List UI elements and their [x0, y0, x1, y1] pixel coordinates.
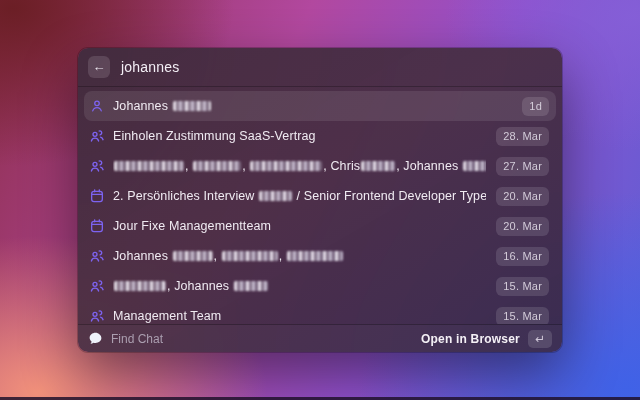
- back-button[interactable]: ←: [88, 56, 110, 78]
- redacted-text: [463, 161, 486, 171]
- result-title: Johannes , ,: [113, 249, 486, 263]
- date-badge: 20. Mar: [496, 217, 549, 236]
- result-row[interactable]: Jour Fixe Managementteam20. Mar: [84, 211, 556, 241]
- people-icon: [89, 248, 105, 264]
- redacted-text: [259, 191, 292, 201]
- result-row[interactable]: , Johannes 15. Mar: [84, 271, 556, 301]
- result-row[interactable]: , , , Chris, Johannes ,...27. Mar: [84, 151, 556, 181]
- result-row[interactable]: Johannes 1d: [84, 91, 556, 121]
- action-bar: Find Chat Open in Browser ↵: [78, 324, 562, 352]
- chat-bubble-icon: [88, 331, 103, 346]
- results-list: Johannes 1dEinholen Zustimmung SaaS-Vert…: [78, 87, 562, 324]
- result-title: Jour Fixe Managementteam: [113, 219, 486, 233]
- redacted-text: [287, 251, 343, 261]
- result-row[interactable]: Einholen Zustimmung SaaS-Vertrag28. Mar: [84, 121, 556, 151]
- redacted-text: [114, 281, 166, 291]
- redacted-text: [114, 161, 184, 171]
- date-badge: 15. Mar: [496, 277, 549, 296]
- redacted-text: [173, 101, 211, 111]
- result-title: , , , Chris, Johannes ,...: [113, 159, 486, 173]
- search-input[interactable]: johannes: [121, 59, 179, 75]
- result-title: Einholen Zustimmung SaaS-Vertrag: [113, 129, 486, 143]
- result-row[interactable]: 2. Persönliches Interview / Senior Front…: [84, 181, 556, 211]
- date-badge: 20. Mar: [496, 187, 549, 206]
- enter-key-icon: ↵: [528, 330, 552, 348]
- result-title: Johannes: [113, 99, 512, 113]
- redacted-text: [361, 161, 395, 171]
- calendar-icon: [89, 188, 105, 204]
- date-badge: 16. Mar: [496, 247, 549, 266]
- redacted-text: [173, 251, 213, 261]
- redacted-text: [222, 251, 278, 261]
- result-title: Management Team: [113, 309, 486, 323]
- search-window: ← johannes Johannes 1dEinholen Zustimmun…: [78, 48, 562, 352]
- result-row[interactable]: Management Team15. Mar: [84, 301, 556, 324]
- back-arrow-icon: ←: [93, 59, 106, 74]
- calendar-icon: [89, 218, 105, 234]
- date-badge: 28. Mar: [496, 127, 549, 146]
- command-title: Find Chat: [111, 332, 163, 346]
- date-badge: 27. Mar: [496, 157, 549, 176]
- open-in-browser-action[interactable]: Open in Browser: [421, 332, 520, 346]
- desktop-background: ← johannes Johannes 1dEinholen Zustimmun…: [0, 0, 640, 400]
- redacted-text: [234, 281, 268, 291]
- people-icon: [89, 308, 105, 324]
- search-header: ← johannes: [78, 48, 562, 87]
- people-icon: [89, 158, 105, 174]
- date-badge: 1d: [522, 97, 549, 116]
- people-icon: [89, 128, 105, 144]
- redacted-text: [193, 161, 241, 171]
- result-title: 2. Persönliches Interview / Senior Front…: [113, 189, 486, 203]
- person-icon: [89, 98, 105, 114]
- result-row[interactable]: Johannes , , 16. Mar: [84, 241, 556, 271]
- redacted-text: [250, 161, 322, 171]
- people-icon: [89, 278, 105, 294]
- date-badge: 15. Mar: [496, 307, 549, 325]
- result-title: , Johannes: [113, 279, 486, 293]
